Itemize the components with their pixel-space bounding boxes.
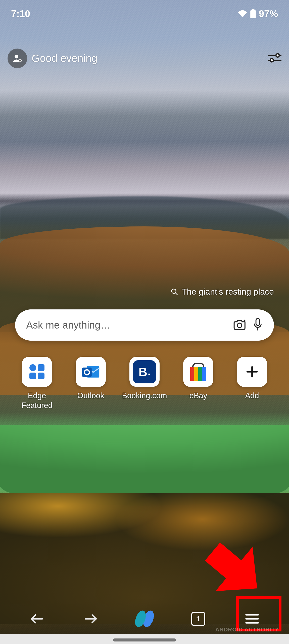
battery-icon: [250, 9, 256, 18]
status-right: 97%: [238, 9, 278, 19]
svg-point-5: [276, 54, 279, 57]
svg-rect-0: [252, 9, 255, 10]
svg-point-2: [15, 55, 18, 59]
qa-label: Edge Featured: [18, 391, 56, 411]
svg-line-9: [175, 293, 177, 295]
greeting-text: Good evening: [32, 52, 98, 64]
search-bar[interactable]: [15, 309, 274, 341]
svg-rect-1: [250, 10, 256, 18]
quick-access-add[interactable]: Add: [233, 357, 271, 411]
person-add-icon: [12, 53, 23, 64]
tab-count-badge: 1: [191, 612, 205, 626]
greeting-group: Good evening: [8, 49, 98, 68]
qa-label: Outlook: [77, 391, 104, 401]
nav-forward-button[interactable]: [77, 606, 105, 631]
wallpaper-caption-button[interactable]: The giant's resting place: [171, 287, 274, 297]
profile-avatar-button[interactable]: [8, 49, 27, 68]
edge-new-tab-screen: 7:10 97% Good evening The giant's restin…: [0, 0, 289, 644]
outlook-icon: [76, 357, 106, 387]
edge-featured-icon: [22, 357, 52, 387]
annotation-highlight-box: [236, 596, 281, 631]
visual-search-button[interactable]: [233, 318, 247, 332]
qa-label: Add: [245, 391, 259, 401]
quick-access-edge-featured[interactable]: Edge Featured: [18, 357, 56, 411]
wifi-icon: [238, 10, 247, 18]
svg-point-10: [237, 323, 242, 328]
copilot-icon: [132, 610, 157, 627]
quick-access-booking[interactable]: B. Booking.com: [126, 357, 163, 411]
source-watermark: ANDROID AUTHORITY: [215, 626, 279, 633]
wallpaper-caption-text: The giant's resting place: [182, 287, 274, 297]
status-time: 7:10: [11, 9, 30, 19]
svg-point-7: [270, 59, 273, 62]
arrow-left-icon: [30, 614, 44, 624]
qa-label: eBay: [189, 391, 207, 401]
nav-back-button[interactable]: [23, 606, 51, 631]
search-input[interactable]: [26, 319, 227, 331]
quick-access-row: Edge Featured Outlook B. Booking.com: [0, 357, 289, 411]
plus-icon: [237, 357, 267, 387]
quick-access-outlook[interactable]: Outlook: [72, 357, 110, 411]
tab-count-value: 1: [196, 615, 201, 623]
status-bar: 7:10 97%: [0, 0, 289, 28]
sliders-icon: [268, 53, 281, 63]
tabs-button[interactable]: 1: [184, 606, 212, 631]
camera-sparkle-icon: [233, 318, 247, 331]
search-icon: [171, 288, 178, 296]
battery-percent: 97%: [259, 9, 278, 19]
gesture-nav-pill[interactable]: [113, 638, 176, 641]
ntp-header: Good evening: [8, 47, 281, 70]
voice-search-button[interactable]: [253, 318, 263, 332]
page-settings-button[interactable]: [268, 53, 281, 64]
booking-icon: B.: [129, 357, 160, 387]
quick-access-ebay[interactable]: eBay: [179, 357, 217, 411]
arrow-right-icon: [84, 614, 98, 624]
svg-rect-11: [256, 318, 260, 326]
qa-label: Booking.com: [122, 391, 167, 401]
copilot-button[interactable]: [131, 606, 158, 631]
ebay-icon: [183, 357, 213, 387]
microphone-icon: [253, 318, 263, 331]
svg-rect-14: [82, 368, 92, 377]
